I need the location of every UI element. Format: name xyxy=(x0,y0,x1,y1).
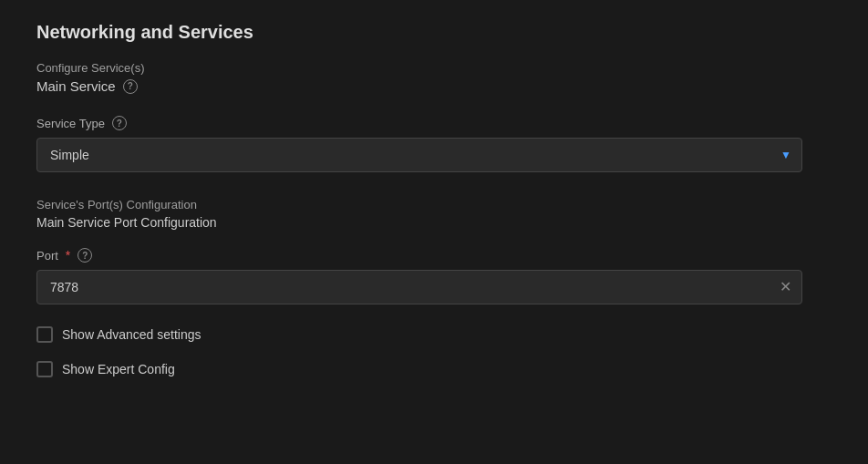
service-type-select[interactable]: Simple Forking Oneshot Dbus Notify Idle xyxy=(36,138,802,172)
service-type-help-icon[interactable]: ? xyxy=(112,116,127,130)
show-expert-checkbox[interactable] xyxy=(36,361,53,377)
port-clear-icon[interactable]: ✕ xyxy=(780,280,791,294)
show-advanced-row: Show Advanced settings xyxy=(36,326,832,343)
service-type-select-wrapper: Simple Forking Oneshot Dbus Notify Idle … xyxy=(36,138,802,172)
port-config-label: Main Service Port Configuration xyxy=(36,215,832,230)
service-type-label: Service Type xyxy=(36,117,105,130)
show-expert-row: Show Expert Config xyxy=(36,361,832,377)
port-required-indicator: * xyxy=(66,248,70,263)
service-type-label-row: Service Type ? xyxy=(36,116,832,130)
page-container: Networking and Services Configure Servic… xyxy=(36,22,832,377)
ports-section-label: Service's Port(s) Configuration xyxy=(36,198,832,211)
show-advanced-checkbox[interactable] xyxy=(36,326,53,343)
show-advanced-label[interactable]: Show Advanced settings xyxy=(62,327,202,342)
main-service-row: Main Service ? xyxy=(36,78,832,94)
main-service-label: Main Service xyxy=(36,78,116,94)
port-help-icon[interactable]: ? xyxy=(78,248,92,263)
show-expert-label[interactable]: Show Expert Config xyxy=(62,362,175,376)
page-title: Networking and Services xyxy=(36,22,832,43)
port-input[interactable] xyxy=(36,270,802,304)
port-input-wrapper: ✕ xyxy=(36,270,802,304)
port-label: Port xyxy=(36,249,58,263)
configure-services-label: Configure Service(s) xyxy=(36,61,832,75)
port-label-row: Port * ? xyxy=(36,248,832,263)
main-service-help-icon[interactable]: ? xyxy=(123,79,138,94)
